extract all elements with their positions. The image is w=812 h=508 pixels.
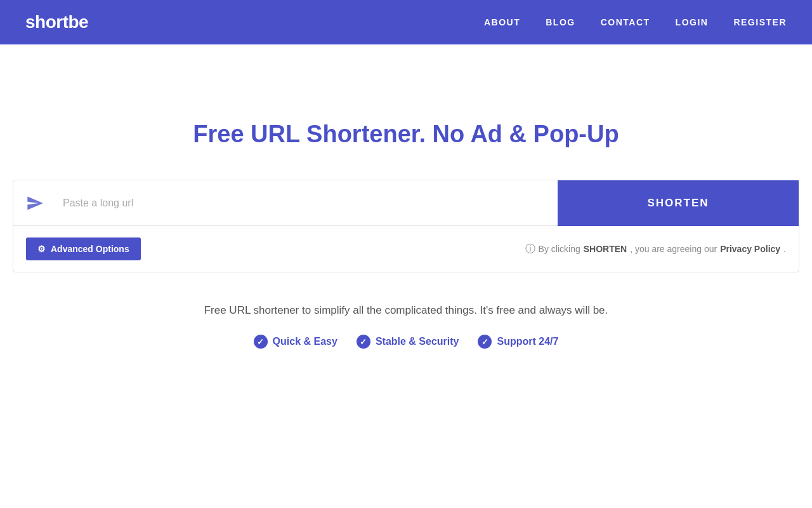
url-input-row: SHORTEN — [13, 180, 799, 226]
main-nav: ABOUT BLOG CONTACT LOGIN REGISTER — [484, 17, 787, 27]
shorten-button[interactable]: SHORTEN — [558, 180, 799, 226]
feature-label-3: Support 24/7 — [497, 336, 558, 347]
info-icon: ⓘ — [525, 243, 535, 256]
nav-contact[interactable]: CONTACT — [601, 17, 650, 27]
description-text: Free URL shortener to simplify all the c… — [204, 304, 608, 317]
advanced-options-button[interactable]: ⚙ Advanced Options — [26, 237, 141, 260]
feature-stable-security: ✓ Stable & Security — [357, 335, 459, 349]
options-row: ⚙ Advanced Options ⓘ By clicking SHORTEN… — [13, 226, 799, 272]
check-icon-1: ✓ — [254, 335, 268, 349]
nav-login[interactable]: LOGIN — [676, 17, 709, 27]
nav-blog[interactable]: BLOG — [546, 17, 575, 27]
shortener-card: SHORTEN ⚙ Advanced Options ⓘ By clicking… — [13, 180, 799, 272]
url-input[interactable] — [56, 180, 558, 225]
feature-support: ✓ Support 24/7 — [478, 335, 558, 349]
main-content: Free URL Shortener. No Ad & Pop-Up SHORT… — [0, 44, 812, 349]
check-icon-2: ✓ — [357, 335, 370, 349]
terms-notice: ⓘ By clicking SHORTEN , you are agreeing… — [525, 243, 786, 256]
nav-register[interactable]: REGISTER — [733, 17, 787, 27]
send-icon — [13, 194, 56, 212]
features-list: ✓ Quick & Easy ✓ Stable & Security ✓ Sup… — [254, 335, 559, 349]
check-icon-3: ✓ — [478, 335, 492, 349]
header: shortbe ABOUT BLOG CONTACT LOGIN REGISTE… — [0, 0, 812, 44]
logo[interactable]: shortbe — [25, 12, 88, 32]
feature-label-1: Quick & Easy — [273, 336, 337, 347]
privacy-policy-link[interactable]: Privacy Policy — [720, 244, 780, 254]
feature-label-2: Stable & Security — [376, 336, 459, 347]
feature-quick-easy: ✓ Quick & Easy — [254, 335, 337, 349]
hero-title: Free URL Shortener. No Ad & Pop-Up — [193, 121, 619, 148]
gear-icon: ⚙ — [37, 244, 46, 254]
nav-about[interactable]: ABOUT — [484, 17, 520, 27]
